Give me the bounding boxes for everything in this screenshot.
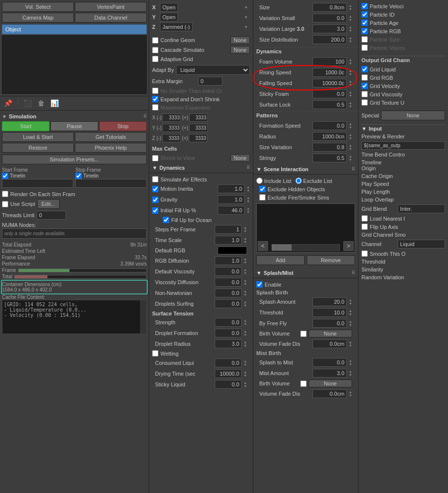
maximum-expansion-checkbox[interactable] <box>152 104 158 111</box>
non-newt-spin[interactable]: ▲▼ <box>244 290 247 296</box>
start-frame-input[interactable]: 0 <box>2 179 73 188</box>
vfd1-spin[interactable]: ▲▼ <box>349 340 352 347</box>
consumed-liquid-input[interactable] <box>215 359 242 367</box>
same-as-output-input[interactable] <box>361 141 445 150</box>
chart-icon[interactable]: 📊 <box>48 98 61 108</box>
edit-button[interactable]: Edit... <box>37 199 60 209</box>
strength-spin[interactable]: ▲▼ <box>244 319 247 326</box>
variation-small-input[interactable] <box>313 14 347 22</box>
add-button[interactable]: Add <box>256 255 305 265</box>
adapt-by-select[interactable]: Liquid <box>176 65 250 75</box>
x-minus-input[interactable] <box>162 113 181 122</box>
particle-age-checkbox[interactable] <box>361 20 368 26</box>
confine-none-btn[interactable]: None <box>230 36 250 44</box>
use-script-checkbox[interactable] <box>2 201 8 207</box>
load-start-button[interactable]: Load & Start <box>2 132 74 142</box>
phoenix-help-button[interactable]: Phoenix Help <box>75 143 147 153</box>
radius-input[interactable] <box>313 132 347 141</box>
sticky-liquid-input[interactable] <box>215 380 242 389</box>
special-btn[interactable]: None <box>381 111 445 120</box>
size-input[interactable] <box>313 3 347 12</box>
grid-blend-input[interactable] <box>398 204 445 213</box>
splash-to-mist-input[interactable] <box>313 358 347 367</box>
drying-time-input[interactable] <box>215 369 242 378</box>
gravity-spin[interactable]: ▲▼ <box>246 196 250 203</box>
splash-enable-checkbox[interactable] <box>256 281 263 288</box>
droplet-radius-input[interactable] <box>215 339 242 348</box>
gravity-input[interactable] <box>218 195 245 204</box>
variation-large-input[interactable] <box>313 24 347 33</box>
splash-threshold-input[interactable] <box>313 308 347 317</box>
particle-velocity-checkbox[interactable] <box>361 3 368 9</box>
pause-button[interactable]: Pause <box>50 121 98 131</box>
birth-volume2-checkbox[interactable] <box>300 381 307 387</box>
particle-size-checkbox[interactable] <box>361 36 368 43</box>
default-viscosity-input[interactable] <box>215 267 242 276</box>
grid-texture-checkbox[interactable] <box>361 99 368 106</box>
splash-header[interactable]: ▼ Splash/Mist ⠿ <box>253 268 358 278</box>
fill-ocean-checkbox[interactable] <box>163 217 169 223</box>
splash-amount-spin[interactable]: ▲▼ <box>349 298 352 305</box>
extra-margin-input[interactable] <box>198 77 223 86</box>
z-select[interactable]: Jammed (-) <box>160 22 193 31</box>
foam-volume-input[interactable] <box>313 57 347 66</box>
stringy-spin[interactable]: ▲▼ <box>349 155 352 161</box>
get-tutorials-button[interactable]: Get Tutorials <box>75 132 147 142</box>
sticky-spin[interactable]: ▲▼ <box>244 381 247 388</box>
start-timeline-checkbox[interactable] <box>2 173 8 179</box>
scene-scroll-left-btn[interactable]: < <box>258 241 268 251</box>
gravity-checkbox[interactable] <box>152 197 158 203</box>
initial-fill-input[interactable] <box>218 206 245 215</box>
remove-button[interactable]: Remove <box>307 255 355 265</box>
stringy-input[interactable] <box>313 154 347 162</box>
birth-volume-btn[interactable]: None <box>309 330 353 337</box>
rgb-diff-spin[interactable]: ▲▼ <box>244 257 247 264</box>
falling-speed-input[interactable] <box>313 79 347 88</box>
threshold-spin[interactable]: ▲▼ <box>349 309 352 316</box>
scene-scrollbar[interactable] <box>271 244 340 251</box>
drop-rad-spin[interactable]: ▲▼ <box>244 340 247 347</box>
adaptive-grid-checkbox[interactable] <box>152 56 158 62</box>
start-button[interactable]: Start <box>2 121 49 131</box>
x-plus-input[interactable] <box>189 113 208 122</box>
strength-input[interactable] <box>215 318 242 327</box>
surface-lock-input[interactable] <box>313 100 347 109</box>
shrink-checkbox[interactable] <box>152 155 158 161</box>
volume-fade-dis2-input[interactable] <box>313 389 347 398</box>
pin-icon[interactable]: 📌 <box>2 98 14 108</box>
camera-map-button[interactable]: Camera Map <box>2 13 74 22</box>
expand-dont-shrink-checkbox[interactable] <box>152 96 158 102</box>
splash-amount-input[interactable] <box>313 297 347 306</box>
sticky-foam-spin[interactable]: ▲▼ <box>349 90 352 97</box>
formation-speed-input[interactable] <box>313 121 347 130</box>
stop-frame-input[interactable]: 100 <box>75 179 147 188</box>
visc-diff-spin[interactable]: ▲▼ <box>244 279 247 286</box>
size-spin[interactable]: ▲▼ <box>349 4 352 11</box>
dynamics-header[interactable]: ▼ Dynamics ⠿ <box>149 163 253 173</box>
size-dist-spin[interactable]: ▲▼ <box>349 36 352 43</box>
visc-spin[interactable]: ▲▼ <box>244 268 247 275</box>
sticky-foam-input[interactable] <box>313 90 347 98</box>
y-select[interactable]: Open <box>160 13 178 22</box>
initial-fill-checkbox[interactable] <box>152 207 158 214</box>
grid-viscosity-checkbox[interactable] <box>361 91 368 97</box>
motion-inertia-input[interactable] <box>218 184 245 193</box>
shrink-none-btn[interactable]: None <box>230 154 250 162</box>
wetting-checkbox[interactable] <box>152 350 158 357</box>
drop-form-spin[interactable]: ▲▼ <box>244 330 247 336</box>
vol-select-button[interactable]: Vol. Select <box>2 2 74 12</box>
foam-spin[interactable]: ▲▼ <box>349 58 352 65</box>
cascade-none-btn[interactable]: None <box>230 46 250 54</box>
size-dist-input[interactable] <box>313 35 347 44</box>
delete-icon[interactable]: 🗑 <box>36 98 46 108</box>
y-minus-input[interactable] <box>162 124 181 132</box>
free-fly-spin[interactable]: ▲▼ <box>349 320 352 327</box>
flip-up-axis-checkbox[interactable] <box>361 224 368 230</box>
stop-timeline-checkbox[interactable] <box>75 173 82 179</box>
mist-amount-input[interactable] <box>313 369 347 378</box>
stm-spin[interactable]: ▲▼ <box>349 359 352 366</box>
droplet-formation-input[interactable] <box>215 329 242 337</box>
input-section-header[interactable]: ▼ Input <box>361 124 445 133</box>
radius-spin[interactable]: ▲▼ <box>349 133 352 140</box>
no-smaller-checkbox[interactable] <box>152 88 158 94</box>
